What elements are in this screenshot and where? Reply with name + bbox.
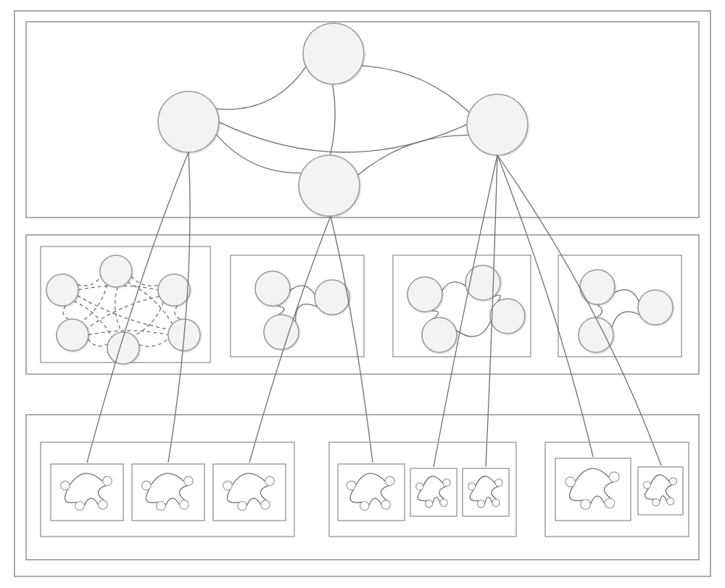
node-m3c (422, 318, 457, 352)
edge (369, 498, 381, 505)
tier-bottom (26, 415, 699, 560)
group-frame (329, 442, 516, 537)
motif-node (581, 500, 591, 510)
node-m4c (579, 318, 613, 352)
motif-node (99, 500, 107, 509)
motif-node (103, 476, 112, 485)
edge (614, 290, 639, 302)
edge (84, 498, 99, 505)
edge (276, 306, 284, 315)
edge (260, 486, 269, 500)
motif (643, 475, 676, 506)
motif-node (492, 499, 500, 506)
node-m1b (100, 255, 132, 287)
group-frame (41, 442, 294, 537)
motif-node (669, 478, 676, 485)
motif-node (425, 500, 432, 508)
motif (468, 476, 502, 508)
subgroup-frame (338, 464, 405, 521)
motif (223, 473, 274, 510)
edge (418, 490, 427, 501)
edge (70, 473, 103, 485)
edge (88, 339, 107, 346)
edge (612, 312, 639, 328)
node-m3d (490, 299, 525, 334)
node-t3 (467, 94, 528, 155)
motif-node (142, 481, 151, 489)
edge (597, 305, 602, 318)
motif-node (495, 479, 502, 486)
motif (566, 468, 619, 509)
edge (151, 473, 184, 485)
edge (146, 489, 158, 503)
edge (442, 282, 466, 291)
edge (356, 473, 386, 485)
tier-top-content (158, 23, 528, 216)
edge (216, 134, 302, 173)
motif (61, 473, 112, 510)
edge (165, 498, 180, 505)
edge (423, 476, 443, 486)
subgroup-frame (638, 467, 683, 515)
edge (133, 302, 163, 336)
node-m1d (57, 319, 88, 351)
motif (347, 473, 394, 510)
edge (98, 486, 107, 500)
node-m3a (407, 277, 442, 312)
edge (78, 276, 101, 286)
edge (470, 490, 479, 501)
node-t2 (158, 91, 219, 152)
edge (296, 304, 318, 322)
node-m1c (158, 274, 190, 306)
edge (604, 482, 613, 499)
edge (87, 297, 160, 328)
edge (227, 489, 239, 503)
edge (590, 496, 605, 504)
motif-node (381, 500, 390, 509)
group-m4 (558, 255, 682, 357)
edge (232, 473, 265, 485)
motif-node (238, 501, 246, 510)
hierarchical-network-diagram (0, 0, 725, 588)
edge (330, 84, 335, 155)
motif-node (605, 498, 615, 508)
motif (416, 476, 450, 508)
motif-node (360, 501, 369, 510)
motif-node (386, 476, 394, 485)
edge (485, 497, 492, 504)
motif-node (416, 483, 423, 490)
edge (569, 486, 582, 500)
motif-node (223, 481, 232, 489)
edge (175, 305, 181, 319)
edge (139, 339, 169, 347)
edge (476, 476, 495, 486)
group-b3 (545, 442, 689, 537)
edge (576, 468, 610, 481)
subgroup-frame (132, 464, 204, 521)
edge (246, 498, 261, 505)
inter-link (331, 216, 373, 463)
edge (219, 122, 467, 152)
inter-tier-links (87, 152, 661, 467)
motif-node (667, 498, 674, 505)
edge (439, 486, 446, 500)
node-t4 (299, 155, 360, 216)
group-b1 (41, 442, 294, 537)
edge (65, 489, 77, 503)
edge (179, 486, 188, 500)
subgroup-frame (410, 468, 457, 516)
group-m1 (41, 247, 210, 364)
edge (645, 488, 654, 499)
node-t1 (303, 23, 364, 84)
motif-node (265, 476, 274, 485)
edge (433, 497, 440, 504)
motif-node (566, 477, 576, 487)
motif-node (440, 499, 447, 506)
edge (650, 475, 669, 484)
edge (63, 305, 69, 319)
edge (362, 66, 470, 113)
node-m2b (315, 280, 349, 315)
group-m2 (231, 255, 364, 357)
node-m4a (580, 270, 615, 305)
subgroup-frame (555, 458, 631, 521)
